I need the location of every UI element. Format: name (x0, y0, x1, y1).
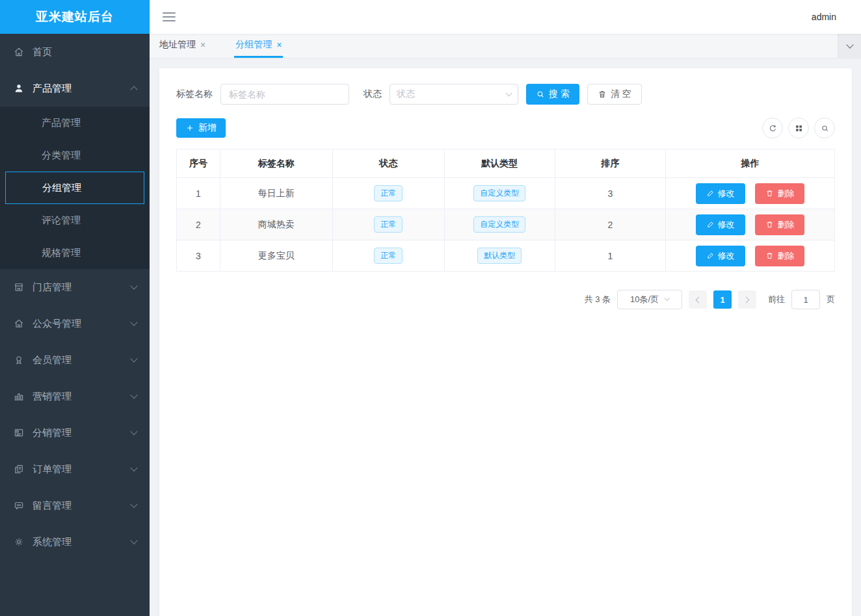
sidebar-item-member[interactable]: 会员管理 (0, 342, 150, 378)
pen-icon (706, 220, 715, 229)
top-header: admin (150, 0, 861, 34)
message-icon (13, 500, 25, 511)
sidebar-item-label: 订单管理 (33, 463, 131, 476)
sidebar-item-store[interactable]: 门店管理 (0, 269, 150, 305)
current-page-button[interactable]: 1 (713, 290, 732, 309)
sidebar-item-label: 门店管理 (33, 281, 131, 294)
chevron-down-icon (130, 464, 137, 471)
chevron-down-icon (130, 391, 137, 398)
cell-name: 更多宝贝 (220, 240, 332, 272)
refresh-icon (768, 123, 778, 133)
delete-button-label: 删除 (777, 250, 794, 262)
status-select-placeholder: 状态 (397, 88, 415, 100)
chevron-down-icon (130, 428, 137, 435)
table-tools (762, 118, 835, 138)
goto-page-input[interactable] (791, 290, 820, 309)
delete-button[interactable]: 删除 (755, 214, 804, 235)
edit-button[interactable]: 修改 (696, 214, 745, 235)
name-input[interactable] (220, 84, 349, 105)
sidebar-subitem-product-manage[interactable]: 产品管理 (0, 107, 150, 139)
close-icon[interactable]: × (276, 40, 282, 49)
delete-button[interactable]: 删除 (755, 246, 804, 266)
sidebar-item-message[interactable]: 留言管理 (0, 487, 150, 524)
sidebar: 亚米建站后台 首页 产品管理 产品管理 分类管理 分组管理 评论管理 规格管理 … (0, 0, 150, 616)
chevron-down-icon (130, 282, 137, 289)
sidebar-item-label: 会员管理 (33, 354, 131, 366)
sidebar-toggle-icon[interactable] (163, 12, 176, 21)
status-field-label: 状态 (364, 88, 382, 100)
sidebar-subitem-label: 分类管理 (42, 149, 81, 162)
sidebar-subitem-spec-manage[interactable]: 规格管理 (0, 237, 150, 269)
delete-button[interactable]: 删除 (755, 183, 804, 204)
chevron-down-icon (130, 355, 137, 362)
table-row: 1 每日上新 正常 自定义类型 3 修改 删除 (177, 178, 835, 209)
chevron-down-icon (506, 90, 512, 96)
table-search-button[interactable] (814, 118, 835, 138)
sidebar-item-marketing[interactable]: 营销管理 (0, 378, 150, 415)
trash-icon (598, 90, 607, 99)
marketing-icon (13, 391, 25, 402)
status-badge: 正常 (374, 248, 403, 263)
name-field-label: 标签名称 (176, 88, 213, 100)
prev-page-button[interactable] (689, 290, 707, 309)
sidebar-item-distribution[interactable]: 分销管理 (0, 415, 150, 451)
search-button-label: 搜 索 (549, 88, 570, 100)
col-sort: 排序 (555, 149, 665, 178)
cell-no: 1 (177, 178, 220, 209)
sidebar-item-product[interactable]: 产品管理 (0, 70, 150, 107)
status-badge: 正常 (374, 216, 403, 232)
edit-button[interactable]: 修改 (696, 246, 745, 266)
goto-label: 前往 (768, 294, 785, 305)
page-unit-label: 页 (827, 294, 835, 305)
column-settings-button[interactable] (788, 118, 809, 138)
sidebar-item-label: 产品管理 (33, 83, 131, 95)
cell-no: 2 (177, 209, 220, 240)
cell-name: 每日上新 (220, 178, 332, 209)
sidebar-item-label: 系统管理 (33, 536, 131, 548)
tab-bar: 地址管理 × 分组管理 × (150, 34, 861, 58)
data-table: 序号 标签名称 状态 默认类型 排序 操作 1 每日上新 正常 (176, 149, 835, 272)
page-size-select[interactable]: 10条/页 (617, 290, 682, 309)
sidebar-item-label: 公众号管理 (33, 318, 131, 330)
trash-icon (765, 220, 774, 229)
sidebar-item-order[interactable]: 订单管理 (0, 451, 150, 487)
settings-icon (13, 536, 25, 548)
shop-icon (13, 281, 25, 293)
delete-button-label: 删除 (777, 188, 794, 199)
col-status: 状态 (332, 149, 444, 178)
trash-icon (765, 251, 774, 260)
sidebar-item-official-account[interactable]: 公众号管理 (0, 305, 150, 342)
tab-dropdown-button[interactable] (838, 34, 861, 58)
main-area: admin 地址管理 × 分组管理 × 标签名称 状态 (150, 0, 861, 616)
table-row: 2 商城热卖 正常 自定义类型 2 修改 删除 (177, 209, 835, 240)
cell-sort: 1 (555, 240, 665, 272)
sidebar-item-system[interactable]: 系统管理 (0, 524, 150, 560)
add-button[interactable]: 新增 (176, 118, 226, 138)
tab-address-manage[interactable]: 地址管理 × (158, 34, 207, 58)
sidebar-subitem-comment-manage[interactable]: 评论管理 (0, 204, 150, 237)
edit-button[interactable]: 修改 (696, 183, 745, 204)
sidebar-subitem-category-manage[interactable]: 分类管理 (0, 139, 150, 172)
search-form: 标签名称 状态 状态 搜 索 清 (176, 84, 835, 105)
user-menu[interactable]: admin (812, 12, 836, 22)
pagination: 共 3 条 10条/页 1 前往 页 (176, 290, 835, 309)
tab-group-manage[interactable]: 分组管理 × (234, 34, 283, 58)
chevron-down-icon (130, 318, 137, 326)
sidebar-item-label: 留言管理 (33, 500, 131, 512)
close-icon[interactable]: × (200, 40, 205, 49)
sidebar-item-label: 营销管理 (33, 391, 131, 403)
status-select[interactable]: 状态 (390, 84, 518, 105)
col-no: 序号 (177, 149, 220, 178)
edit-button-label: 修改 (718, 188, 735, 199)
app-title: 亚米建站后台 (0, 0, 150, 34)
refresh-button[interactable] (762, 118, 783, 138)
sidebar-item-home[interactable]: 首页 (0, 34, 150, 70)
sidebar-subitem-group-manage[interactable]: 分组管理 (5, 172, 144, 204)
next-page-button[interactable] (738, 290, 756, 309)
sidebar-item-label: 分销管理 (33, 427, 131, 439)
clear-button[interactable]: 清 空 (587, 84, 642, 105)
search-button[interactable]: 搜 索 (526, 84, 579, 105)
delete-button-label: 删除 (777, 219, 794, 231)
plus-icon (185, 123, 194, 133)
cell-name: 商城热卖 (220, 209, 332, 240)
